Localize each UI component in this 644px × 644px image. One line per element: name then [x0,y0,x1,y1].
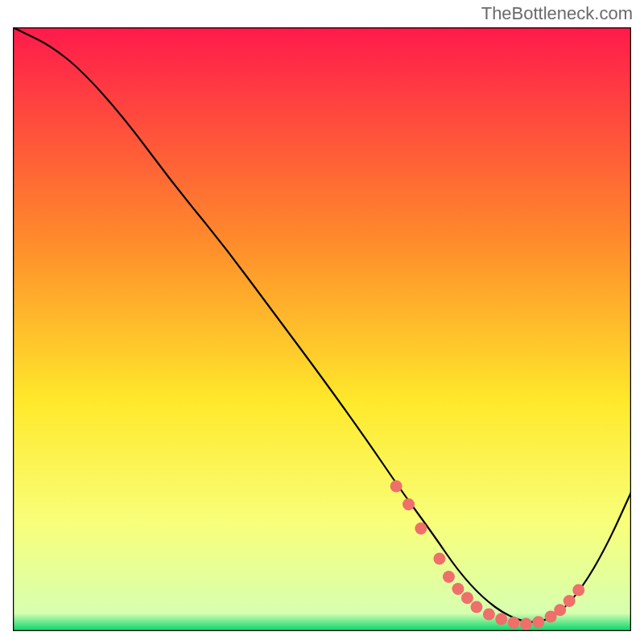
gradient-background [13,27,631,631]
highlight-dot [402,498,415,510]
plot-area [13,27,631,631]
highlight-dot [532,616,544,628]
highlight-dot [508,617,520,629]
highlight-dot [452,583,464,595]
highlight-dot [415,522,427,535]
highlight-dot [433,553,445,565]
highlight-dot [390,481,402,493]
highlight-dot [443,571,455,583]
plot-svg [13,27,631,631]
chart-root: TheBottleneck.com [0,0,644,644]
highlight-dot [564,595,576,607]
highlight-dot [554,604,566,616]
highlight-dot [483,609,495,621]
highlight-dot [520,618,532,630]
attribution-text: TheBottleneck.com [481,3,633,24]
highlight-dot [471,601,483,613]
highlight-dot [572,584,584,597]
highlight-dot [495,613,507,625]
highlight-dot [461,592,473,604]
